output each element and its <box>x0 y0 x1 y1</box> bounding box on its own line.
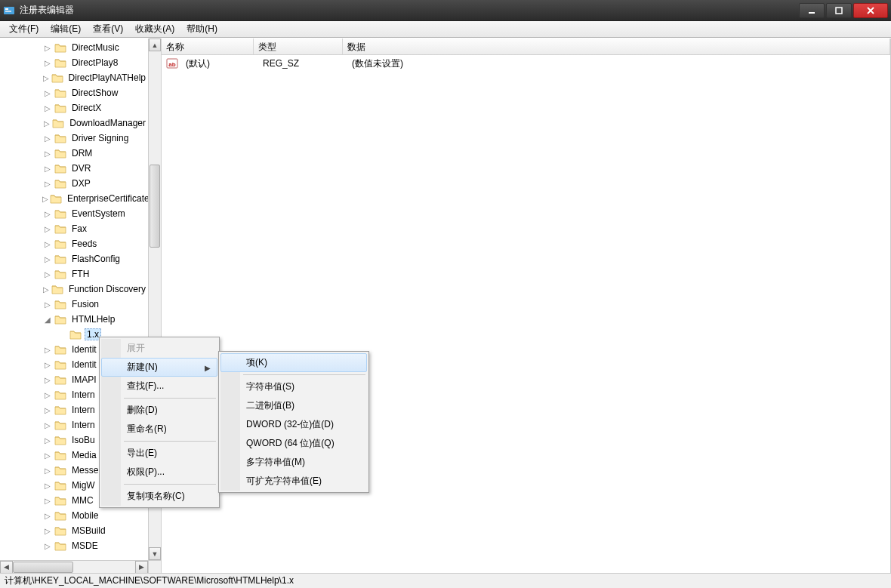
tree-item[interactable]: ▷DirectX <box>0 100 148 115</box>
tree-item[interactable]: ▷DownloadManager <box>0 115 148 131</box>
tree-item[interactable]: ▷DirectPlay8 <box>0 55 148 70</box>
menu-item[interactable]: 字符串值(S) <box>220 377 367 396</box>
menu-item[interactable]: 二进制值(B) <box>220 396 367 415</box>
scroll-right-button[interactable]: ▶ <box>135 561 148 574</box>
tree-item[interactable]: ▷MSDE <box>0 538 148 553</box>
column-header-type[interactable]: 类型 <box>254 38 343 54</box>
expander-closed-icon[interactable]: ▷ <box>42 57 53 68</box>
expander-closed-icon[interactable]: ▷ <box>42 525 53 536</box>
expander-closed-icon[interactable]: ▷ <box>42 420 53 430</box>
minimize-button[interactable] <box>799 3 825 18</box>
tree-item[interactable]: ▷MSBuild <box>0 523 148 538</box>
tree-item[interactable]: ▷FTH <box>0 266 148 282</box>
menu-help[interactable]: 帮助(H) <box>180 21 224 37</box>
expander-open-icon[interactable]: ◢ <box>42 314 53 325</box>
expander-closed-icon[interactable]: ▷ <box>42 435 53 445</box>
tree-item-label: Identit <box>69 359 99 371</box>
expander-closed-icon[interactable]: ▷ <box>42 510 53 521</box>
tree-item[interactable]: ▷DVR <box>0 161 148 176</box>
tree-item[interactable]: ▷Feeds <box>0 236 148 251</box>
menu-item-label: 二进制值(B) <box>246 400 294 411</box>
tree-item[interactable]: ▷DirectPlayNATHelp <box>0 70 148 85</box>
folder-icon <box>54 178 66 189</box>
scroll-down-button[interactable]: ▼ <box>149 547 161 560</box>
tree-horizontal-scrollbar[interactable]: ◀ ▶ <box>0 560 148 573</box>
menu-item[interactable]: 项(K) <box>220 353 367 372</box>
tree-item-label: DXP <box>69 177 93 189</box>
menu-item[interactable]: QWORD (64 位)值(Q) <box>220 434 367 453</box>
menu-view[interactable]: 查看(V) <box>87 21 129 37</box>
tree-item[interactable]: ▷Mobile <box>0 508 148 523</box>
close-button[interactable] <box>853 3 888 18</box>
expander-closed-icon[interactable]: ▷ <box>42 374 53 385</box>
menu-item[interactable]: DWORD (32-位)值(D) <box>220 415 367 434</box>
menu-item[interactable]: 删除(D) <box>101 401 217 420</box>
expander-closed-icon[interactable]: ▷ <box>42 88 53 98</box>
column-header-name[interactable]: 名称 <box>162 38 254 54</box>
expander-closed-icon[interactable]: ▷ <box>42 405 53 415</box>
tree-item[interactable]: ▷DXP <box>0 176 148 191</box>
tree-item[interactable]: ▷EventSystem <box>0 206 148 221</box>
expander-closed-icon[interactable]: ▷ <box>42 269 53 279</box>
tree-item[interactable]: ▷Fax <box>0 221 148 236</box>
expander-closed-icon[interactable]: ▷ <box>42 148 53 159</box>
scroll-up-button[interactable]: ▲ <box>149 38 161 51</box>
tree-item[interactable]: ▷EnterpriseCertificate <box>0 191 148 206</box>
expander-closed-icon[interactable]: ▷ <box>42 103 53 113</box>
menu-item[interactable]: 复制项名称(C) <box>101 487 217 506</box>
tree-item-label: FlashConfig <box>69 253 122 265</box>
expander-closed-icon[interactable]: ▷ <box>42 465 53 476</box>
expander-closed-icon[interactable]: ▷ <box>42 133 53 143</box>
tree-item[interactable]: ◢HTMLHelp <box>0 312 148 327</box>
expander-closed-icon[interactable]: ▷ <box>42 389 53 400</box>
tree-item[interactable]: ▷Fusion <box>0 297 148 312</box>
folder-icon <box>54 374 66 385</box>
menu-item[interactable]: 新建(N)▶ <box>101 358 217 377</box>
menu-item-label: 删除(D) <box>127 405 158 415</box>
tree-item[interactable]: ▷DirectMusic <box>0 40 148 55</box>
tree-item-label: HTMLHelp <box>69 313 117 325</box>
cell-name: (默认) <box>181 56 258 72</box>
tree-item[interactable]: ▷FlashConfig <box>0 251 148 266</box>
menu-item[interactable]: 导出(E) <box>101 444 217 463</box>
menu-item[interactable]: 多字符串值(M) <box>220 453 367 472</box>
scroll-left-button[interactable]: ◀ <box>0 561 13 574</box>
list-body[interactable]: ab(默认)REG_SZ(数值未设置) <box>162 55 890 72</box>
menu-item[interactable]: 可扩充字符串值(E) <box>220 472 367 491</box>
expander-closed-icon[interactable]: ▷ <box>42 284 50 294</box>
tree-item[interactable]: ▷DRM <box>0 146 148 161</box>
folder-icon <box>54 163 66 174</box>
menu-edit[interactable]: 编辑(E) <box>45 21 87 37</box>
tree-item[interactable]: ▷Function Discovery <box>0 282 148 297</box>
expander-closed-icon[interactable]: ▷ <box>42 450 53 460</box>
tree-item[interactable]: ▷Driver Signing <box>0 131 148 146</box>
list-row[interactable]: ab(默认)REG_SZ(数值未设置) <box>162 55 890 72</box>
expander-closed-icon[interactable]: ▷ <box>42 480 53 491</box>
expander-closed-icon[interactable]: ▷ <box>42 299 53 309</box>
column-header-data[interactable]: 数据 <box>343 38 890 54</box>
menu-file[interactable]: 文件(F) <box>3 21 45 37</box>
expander-closed-icon[interactable]: ▷ <box>42 495 53 506</box>
expander-closed-icon[interactable]: ▷ <box>42 254 53 264</box>
menu-item[interactable]: 查找(F)... <box>101 377 217 396</box>
list-header: 名称 类型 数据 <box>162 38 890 55</box>
expander-closed-icon[interactable]: ▷ <box>42 208 53 219</box>
expander-closed-icon[interactable]: ▷ <box>42 239 53 249</box>
expander-closed-icon[interactable]: ▷ <box>42 178 53 189</box>
expander-closed-icon[interactable]: ▷ <box>42 193 48 204</box>
menu-favorites[interactable]: 收藏夹(A) <box>129 21 180 37</box>
expander-closed-icon[interactable]: ▷ <box>42 72 50 83</box>
scroll-thumb-h[interactable] <box>13 562 73 573</box>
expander-closed-icon[interactable]: ▷ <box>42 359 53 370</box>
tree-item[interactable]: ▷DirectShow <box>0 85 148 100</box>
maximize-button[interactable] <box>826 3 852 18</box>
menu-item[interactable]: 权限(P)... <box>101 463 217 482</box>
expander-closed-icon[interactable]: ▷ <box>42 163 53 174</box>
scroll-thumb[interactable] <box>150 165 160 248</box>
menu-item[interactable]: 重命名(R) <box>101 420 217 439</box>
expander-closed-icon[interactable]: ▷ <box>42 223 53 234</box>
expander-closed-icon[interactable]: ▷ <box>42 118 51 128</box>
expander-closed-icon[interactable]: ▷ <box>42 540 53 551</box>
expander-closed-icon[interactable]: ▷ <box>42 42 53 53</box>
expander-closed-icon[interactable]: ▷ <box>42 344 53 355</box>
